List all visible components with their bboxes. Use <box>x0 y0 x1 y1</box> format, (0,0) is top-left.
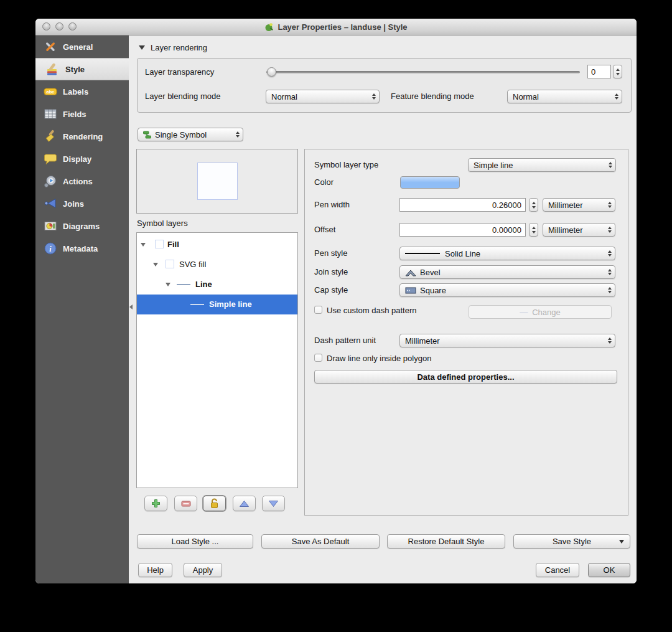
renderer-type-value: Single Symbol <box>155 130 232 139</box>
layer-rendering-group <box>137 58 632 113</box>
tree-item-fill[interactable]: Fill <box>137 235 297 255</box>
sidebar-item-label: Rendering <box>63 132 103 141</box>
sidebar-item-actions[interactable]: Actions <box>35 170 129 192</box>
sidebar-item-joins[interactable]: Joins <box>35 192 129 215</box>
sidebar: General Style abc Labels <box>35 35 129 583</box>
window-title-area: Layer Properties – landuse | Style <box>264 22 407 32</box>
layer-rendering-header[interactable]: Layer rendering <box>139 43 207 52</box>
close-button[interactable] <box>42 22 50 31</box>
tree-item-simple-line[interactable]: Simple line <box>137 295 297 314</box>
sidebar-item-label: Joins <box>63 199 84 209</box>
tree-item-line[interactable]: Line <box>137 275 297 295</box>
popup-arrows-icon <box>372 93 376 100</box>
style-icon <box>46 62 60 76</box>
transparency-slider-track[interactable] <box>266 71 580 73</box>
pen-width-unit-value: Millimeter <box>548 200 604 210</box>
join-style-select[interactable]: Bevel <box>399 265 615 279</box>
pen-width-stepper[interactable] <box>529 198 538 212</box>
cap-style-select[interactable]: Square <box>399 283 615 297</box>
restore-default-style-button[interactable]: Restore Default Style <box>387 534 505 549</box>
line-color-swatch-button[interactable] <box>400 176 460 189</box>
transparency-value-field[interactable]: 0 <box>587 65 611 78</box>
tree-item-svg-fill[interactable]: SVG fill <box>137 255 297 275</box>
feature-blending-label: Feature blending mode <box>391 92 474 101</box>
sidebar-item-label: Metadata <box>63 244 98 253</box>
pen-style-select[interactable]: Solid Line <box>399 247 615 260</box>
popup-arrows-icon <box>608 227 612 233</box>
sidebar-item-diagrams[interactable]: Diagrams <box>35 215 129 237</box>
join-style-value: Bevel <box>420 268 604 277</box>
cancel-button[interactable]: Cancel <box>536 563 579 577</box>
move-layer-up-button[interactable] <box>233 496 256 511</box>
offset-unit-select[interactable]: Millimeter <box>543 223 615 237</box>
save-style-menu-button[interactable]: Save Style <box>513 534 630 549</box>
plus-icon <box>151 499 161 508</box>
dash-pattern-unit-value: Millimeter <box>405 336 604 346</box>
minimize-button[interactable] <box>55 22 63 31</box>
expand-triangle-icon <box>166 283 170 286</box>
symbol-layer-type-select[interactable]: Simple line <box>468 158 616 172</box>
single-symbol-icon <box>143 131 151 139</box>
splitter-collapse-handle[interactable] <box>129 304 133 309</box>
symbol-layers-label: Symbol layers <box>137 219 188 228</box>
sidebar-item-metadata[interactable]: i Metadata <box>35 237 129 260</box>
symbol-preview-square <box>197 163 238 200</box>
unlocked-padlock-icon <box>210 498 219 509</box>
popup-arrows-icon <box>608 337 612 344</box>
join-style-label: Join style <box>314 267 348 276</box>
transparency-slider-handle[interactable] <box>267 67 276 77</box>
layer-blending-select[interactable]: Normal <box>266 90 380 103</box>
data-defined-properties-button[interactable]: Data defined properties... <box>314 370 617 384</box>
cap-style-value: Square <box>420 286 604 295</box>
renderer-type-select[interactable]: Single Symbol <box>138 128 243 141</box>
pen-width-unit-select[interactable]: Millimeter <box>543 198 615 212</box>
sidebar-item-labels[interactable]: abc Labels <box>35 80 129 103</box>
save-as-default-button[interactable]: Save As Default <box>261 534 380 549</box>
draw-inside-polygon-checkbox[interactable] <box>314 354 322 362</box>
help-button[interactable]: Help <box>138 563 172 577</box>
sidebar-item-general[interactable]: General <box>35 35 129 58</box>
remove-symbol-layer-button[interactable] <box>174 496 197 511</box>
apply-button[interactable]: Apply <box>184 563 222 577</box>
dash-pattern-unit-label: Dash pattern unit <box>314 336 376 345</box>
expand-triangle-icon <box>153 263 158 266</box>
layer-rendering-title: Layer rendering <box>151 43 207 52</box>
offset-stepper[interactable] <box>529 223 538 237</box>
sidebar-item-fields[interactable]: Fields <box>35 103 129 125</box>
change-button-label: Change <box>532 308 561 317</box>
sidebar-item-display[interactable]: Display <box>35 148 129 170</box>
sidebar-item-rendering[interactable]: Rendering <box>35 125 129 148</box>
simple-line-symbol-icon <box>190 304 204 305</box>
ok-button[interactable]: OK <box>588 563 630 577</box>
step-up-icon <box>532 227 536 229</box>
paintbrush-icon <box>44 130 57 143</box>
tree-item-label: SVG fill <box>179 260 206 269</box>
dash-pattern-unit-select[interactable]: Millimeter <box>399 334 615 347</box>
info-icon: i <box>44 242 57 255</box>
step-up-icon <box>616 68 620 71</box>
sidebar-item-style[interactable]: Style <box>35 58 129 80</box>
change-dash-pattern-button[interactable]: — Change <box>469 305 612 319</box>
bevel-join-icon <box>405 268 416 276</box>
zoom-button[interactable] <box>68 22 77 31</box>
feature-blending-select[interactable]: Normal <box>507 90 622 103</box>
minus-icon <box>181 501 191 507</box>
qgis-logo-icon <box>264 22 274 32</box>
titlebar: Layer Properties – landuse | Style <box>35 19 637 35</box>
gear-icon <box>44 174 57 188</box>
use-custom-dash-checkbox[interactable] <box>314 306 322 314</box>
svg-fill-symbol-icon <box>166 260 174 268</box>
offset-field[interactable]: 0.00000 <box>399 223 526 237</box>
move-layer-down-button[interactable] <box>262 496 285 511</box>
transparency-stepper[interactable] <box>613 65 622 78</box>
sidebar-item-label: Display <box>63 154 91 164</box>
table-icon <box>44 107 57 121</box>
lock-color-button[interactable] <box>203 496 226 511</box>
pen-width-field[interactable]: 0.26000 <box>399 198 526 212</box>
tools-icon <box>44 40 57 54</box>
load-style-button[interactable]: Load Style ... <box>137 534 253 549</box>
add-symbol-layer-button[interactable] <box>144 496 167 511</box>
menu-arrow-icon <box>619 540 624 544</box>
tree-item-label: Simple line <box>209 299 252 309</box>
offset-unit-value: Millimeter <box>548 225 604 235</box>
